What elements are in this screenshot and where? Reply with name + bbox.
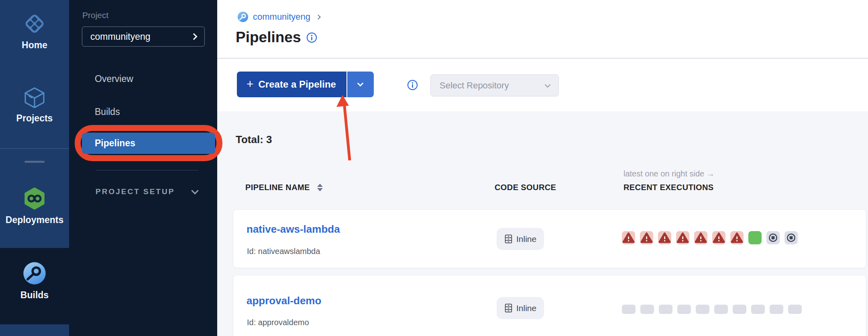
module-label-deployments: Deployments (6, 215, 63, 225)
aborted-execution-icon (784, 231, 798, 244)
execution-failed[interactable] (622, 231, 635, 244)
sidebar-item-overview[interactable]: Overview (95, 72, 133, 85)
execution-empty (770, 305, 783, 314)
page-title: Pipelines (236, 29, 301, 46)
plus-icon: + (247, 78, 254, 90)
projects-icon (22, 85, 47, 109)
execution-aborted[interactable] (784, 231, 798, 244)
execution-empty (677, 305, 691, 314)
create-pipeline-button-main[interactable]: + Create a Pipeline (237, 72, 346, 97)
page-header: communityeng Pipelines (217, 0, 868, 59)
title-row: Pipelines (236, 29, 317, 46)
module-sidebar: Home Projects De (0, 0, 69, 336)
pipeline-name-link[interactable]: approval-demo (247, 295, 321, 307)
project-selector[interactable]: communityeng (82, 27, 205, 47)
breadcrumb-chevron-icon (316, 14, 321, 20)
module-label-builds: Builds (20, 290, 49, 301)
failed-execution-icon (640, 231, 653, 244)
pipeline-id: Id: approvaldemo (247, 318, 309, 327)
code-source-badge: Inline (497, 297, 544, 319)
failed-execution-icon (676, 231, 689, 244)
execution-aborted[interactable] (766, 231, 780, 244)
execution-empty (640, 305, 654, 314)
module-label-projects: Projects (16, 113, 53, 124)
recent-executions (622, 231, 798, 244)
project-section-label: Project (82, 10, 108, 20)
breadcrumb: communityeng (237, 11, 320, 23)
main-area: communityeng Pipelines + Create a Pipeli… (217, 0, 868, 336)
failed-execution-icon (730, 231, 744, 244)
home-icon (22, 11, 47, 36)
execution-failed[interactable] (640, 231, 653, 244)
execution-empty (751, 305, 765, 314)
builds-icon (22, 260, 47, 286)
breadcrumb-project-link[interactable]: communityeng (253, 12, 310, 22)
pipeline-id: Id: nativeawslambda (247, 247, 320, 256)
execution-failed[interactable] (730, 231, 744, 244)
execution-failed[interactable] (676, 231, 689, 244)
ci-module-icon (237, 11, 249, 23)
recent-executions (622, 303, 802, 316)
module-label-home: Home (22, 40, 47, 51)
column-header-pipeline-name[interactable]: PIPELINE NAME (245, 183, 323, 192)
failed-execution-icon (622, 231, 635, 244)
inline-store-icon (504, 234, 513, 244)
total-count: Total: 3 (236, 133, 272, 146)
sidebar-module-home[interactable]: Home (0, 11, 69, 51)
column-header-pipeline-name-label: PIPELINE NAME (245, 183, 310, 192)
inline-store-icon (504, 303, 513, 313)
code-source-badge: Inline (497, 228, 544, 250)
failed-execution-icon (712, 231, 725, 244)
chevron-right-icon (191, 33, 198, 40)
table-row-native-aws-lambda[interactable]: native-aws-lambda Id: nativeawslambda (233, 209, 866, 268)
column-header-recent-executions: RECENT EXECUTIONS (623, 183, 714, 192)
create-pipeline-label: Create a Pipeline (259, 79, 336, 90)
create-pipeline-button[interactable]: + Create a Pipeline (237, 72, 374, 97)
failed-execution-icon (694, 231, 707, 244)
info-icon[interactable] (407, 80, 418, 90)
rail-drag-handle (24, 161, 45, 163)
execution-empty (622, 305, 636, 314)
project-sidebar: Project communityeng Overview Builds Pip… (69, 0, 217, 336)
aborted-execution-icon (766, 231, 780, 244)
execution-empty (714, 305, 728, 314)
sidebar-module-builds[interactable]: Builds (0, 260, 69, 301)
app-root: Home Projects De (0, 0, 868, 336)
execution-failed[interactable] (694, 231, 707, 244)
toolbar: + Create a Pipeline Select Repository (217, 59, 868, 111)
repository-select[interactable]: Select Repository (430, 74, 559, 96)
chevron-down-icon (192, 187, 199, 194)
execution-failed[interactable] (712, 231, 725, 244)
chevron-down-icon (357, 80, 364, 87)
sidebar-divider (96, 170, 198, 170)
pipeline-name-link[interactable]: native-aws-lambda (247, 223, 340, 236)
execution-empty (696, 305, 709, 314)
sidebar-item-pipelines[interactable]: Pipelines (82, 133, 215, 154)
sidebar-module-projects[interactable]: Projects (0, 85, 69, 124)
execution-failed[interactable] (658, 231, 671, 244)
project-setup-label: PROJECT SETUP (96, 187, 175, 196)
info-icon[interactable] (306, 32, 317, 43)
deployments-icon (22, 186, 47, 211)
executions-hint: latest one on right side → (623, 169, 715, 178)
table-row-approval-demo[interactable]: approval-demo Id: approvaldemo Inli (233, 275, 866, 336)
create-pipeline-dropdown-button[interactable] (346, 72, 374, 97)
project-setup-toggle[interactable]: PROJECT SETUP (96, 187, 198, 196)
execution-empty (659, 305, 672, 314)
sidebar-item-pipelines-label: Pipelines (95, 138, 135, 149)
project-selector-value: communityeng (90, 31, 192, 42)
failed-execution-icon (658, 231, 671, 244)
column-header-code-source: CODE SOURCE (495, 183, 556, 192)
sidebar-module-deployments[interactable]: Deployments (0, 186, 69, 225)
execution-empty (733, 305, 746, 314)
execution-empty (788, 305, 802, 314)
chevron-down-icon (545, 82, 550, 87)
rail-divider (0, 148, 69, 149)
sort-icon[interactable] (317, 184, 323, 191)
code-source-badge-label: Inline (516, 303, 536, 313)
execution-success[interactable] (748, 231, 762, 244)
repository-select-placeholder: Select Repository (440, 80, 546, 91)
code-source-badge-label: Inline (516, 234, 536, 244)
pipelines-content: Total: 3 latest one on right side → PIPE… (217, 111, 868, 336)
sidebar-item-builds[interactable]: Builds (95, 105, 120, 118)
